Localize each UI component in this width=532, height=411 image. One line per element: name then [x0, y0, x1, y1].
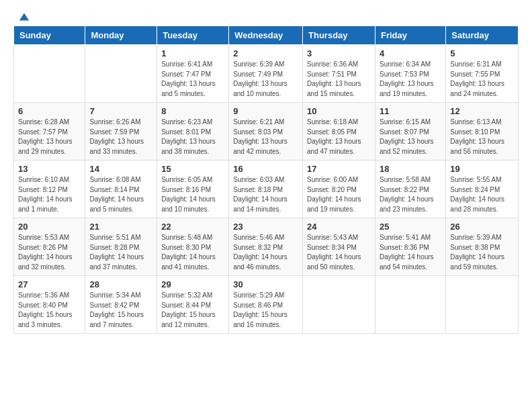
calendar-day-cell: 1Sunrise: 6:41 AMSunset: 7:47 PMDaylight… — [157, 45, 229, 103]
day-number: 25 — [380, 222, 441, 232]
calendar-day-cell: 12Sunrise: 6:13 AMSunset: 8:10 PMDayligh… — [446, 103, 519, 161]
calendar-day-cell: 6Sunrise: 6:28 AMSunset: 7:57 PMDaylight… — [14, 103, 85, 161]
day-detail: Sunrise: 5:51 AMSunset: 8:28 PMDaylight:… — [89, 233, 152, 272]
calendar-week-row: 20Sunrise: 5:53 AMSunset: 8:26 PMDayligh… — [14, 218, 519, 276]
day-detail: Sunrise: 5:58 AMSunset: 8:22 PMDaylight:… — [380, 175, 441, 214]
svg-marker-0 — [19, 13, 29, 21]
calendar-day-header: Friday — [375, 26, 445, 45]
day-number: 10 — [307, 106, 371, 116]
calendar-day-header: Tuesday — [157, 26, 229, 45]
calendar-day-cell: 11Sunrise: 6:15 AMSunset: 8:07 PMDayligh… — [375, 103, 445, 161]
logo-icon — [18, 11, 30, 23]
page-header — [7, 7, 525, 26]
day-detail: Sunrise: 6:00 AMSunset: 8:20 PMDaylight:… — [307, 175, 371, 214]
calendar-day-cell: 3Sunrise: 6:36 AMSunset: 7:51 PMDaylight… — [303, 45, 375, 103]
day-detail: Sunrise: 5:43 AMSunset: 8:34 PMDaylight:… — [307, 233, 371, 272]
calendar-day-cell: 29Sunrise: 5:32 AMSunset: 8:44 PMDayligh… — [157, 276, 229, 334]
day-detail: Sunrise: 6:08 AMSunset: 8:14 PMDaylight:… — [89, 175, 152, 214]
day-number: 6 — [18, 106, 81, 116]
calendar-day-cell — [303, 276, 375, 334]
day-detail: Sunrise: 5:39 AMSunset: 8:38 PMDaylight:… — [450, 233, 514, 272]
calendar-day-cell: 21Sunrise: 5:51 AMSunset: 8:28 PMDayligh… — [85, 218, 157, 276]
day-number: 8 — [161, 106, 224, 116]
day-number: 22 — [161, 222, 224, 232]
day-number: 24 — [307, 222, 371, 232]
calendar-day-cell — [14, 45, 85, 103]
day-number: 17 — [307, 164, 371, 174]
day-detail: Sunrise: 5:53 AMSunset: 8:26 PMDaylight:… — [18, 233, 81, 272]
day-detail: Sunrise: 6:36 AMSunset: 7:51 PMDaylight:… — [307, 60, 371, 99]
calendar-day-cell: 16Sunrise: 6:03 AMSunset: 8:18 PMDayligh… — [229, 161, 303, 218]
day-number: 29 — [161, 279, 224, 289]
day-detail: Sunrise: 6:28 AMSunset: 7:57 PMDaylight:… — [18, 118, 81, 156]
day-detail: Sunrise: 6:18 AMSunset: 8:05 PMDaylight:… — [307, 118, 371, 156]
day-detail: Sunrise: 6:31 AMSunset: 7:55 PMDaylight:… — [450, 60, 514, 99]
day-number: 7 — [89, 106, 152, 116]
calendar-day-cell: 20Sunrise: 5:53 AMSunset: 8:26 PMDayligh… — [14, 218, 85, 276]
calendar-day-header: Monday — [85, 26, 157, 45]
calendar-week-row: 27Sunrise: 5:36 AMSunset: 8:40 PMDayligh… — [14, 276, 519, 334]
calendar-day-cell: 10Sunrise: 6:18 AMSunset: 8:05 PMDayligh… — [303, 103, 375, 161]
day-number: 1 — [161, 48, 224, 58]
day-number: 28 — [89, 279, 152, 289]
calendar-day-cell: 9Sunrise: 6:21 AMSunset: 8:03 PMDaylight… — [229, 103, 303, 161]
calendar-header-row: SundayMondayTuesdayWednesdayThursdayFrid… — [14, 26, 519, 45]
calendar-week-row: 1Sunrise: 6:41 AMSunset: 7:47 PMDaylight… — [14, 45, 519, 103]
calendar-week-row: 6Sunrise: 6:28 AMSunset: 7:57 PMDaylight… — [14, 103, 519, 161]
calendar-day-cell — [446, 276, 519, 334]
calendar-day-cell — [85, 45, 157, 103]
calendar-day-cell: 27Sunrise: 5:36 AMSunset: 8:40 PMDayligh… — [14, 276, 85, 334]
calendar-day-cell: 25Sunrise: 5:41 AMSunset: 8:36 PMDayligh… — [375, 218, 445, 276]
day-number: 5 — [450, 48, 514, 58]
calendar-day-cell: 28Sunrise: 5:34 AMSunset: 8:42 PMDayligh… — [85, 276, 157, 334]
calendar-day-cell — [375, 276, 445, 334]
calendar-table: SundayMondayTuesdayWednesdayThursdayFrid… — [13, 26, 519, 334]
day-number: 20 — [18, 222, 81, 232]
day-number: 15 — [161, 164, 224, 174]
calendar-day-cell: 30Sunrise: 5:29 AMSunset: 8:46 PMDayligh… — [229, 276, 303, 334]
calendar-day-cell: 15Sunrise: 6:05 AMSunset: 8:16 PMDayligh… — [157, 161, 229, 218]
day-detail: Sunrise: 6:13 AMSunset: 8:10 PMDaylight:… — [450, 118, 514, 156]
day-detail: Sunrise: 5:34 AMSunset: 8:42 PMDaylight:… — [89, 291, 152, 330]
day-number: 3 — [307, 48, 371, 58]
calendar-day-cell: 4Sunrise: 6:34 AMSunset: 7:53 PMDaylight… — [375, 45, 445, 103]
day-detail: Sunrise: 6:03 AMSunset: 8:18 PMDaylight:… — [233, 175, 298, 214]
calendar-day-cell: 8Sunrise: 6:23 AMSunset: 8:01 PMDaylight… — [157, 103, 229, 161]
calendar-day-cell: 26Sunrise: 5:39 AMSunset: 8:38 PMDayligh… — [446, 218, 519, 276]
calendar-day-cell: 19Sunrise: 5:55 AMSunset: 8:24 PMDayligh… — [446, 161, 519, 218]
day-number: 11 — [380, 106, 441, 116]
day-number: 16 — [233, 164, 298, 174]
day-number: 30 — [233, 279, 298, 289]
day-number: 12 — [450, 106, 514, 116]
calendar-day-cell: 17Sunrise: 6:00 AMSunset: 8:20 PMDayligh… — [303, 161, 375, 218]
calendar-day-cell: 14Sunrise: 6:08 AMSunset: 8:14 PMDayligh… — [85, 161, 157, 218]
day-detail: Sunrise: 5:55 AMSunset: 8:24 PMDaylight:… — [450, 175, 514, 214]
day-detail: Sunrise: 6:05 AMSunset: 8:16 PMDaylight:… — [161, 175, 224, 214]
day-detail: Sunrise: 6:21 AMSunset: 8:03 PMDaylight:… — [233, 118, 298, 156]
day-detail: Sunrise: 6:34 AMSunset: 7:53 PMDaylight:… — [380, 60, 441, 99]
calendar-day-cell: 5Sunrise: 6:31 AMSunset: 7:55 PMDaylight… — [446, 45, 519, 103]
calendar-day-cell: 23Sunrise: 5:46 AMSunset: 8:32 PMDayligh… — [229, 218, 303, 276]
day-detail: Sunrise: 6:10 AMSunset: 8:12 PMDaylight:… — [18, 175, 81, 214]
day-number: 27 — [18, 279, 81, 289]
day-number: 2 — [233, 48, 298, 58]
day-detail: Sunrise: 5:46 AMSunset: 8:32 PMDaylight:… — [233, 233, 298, 272]
calendar-day-header: Saturday — [446, 26, 519, 45]
day-detail: Sunrise: 5:29 AMSunset: 8:46 PMDaylight:… — [233, 291, 298, 330]
day-detail: Sunrise: 5:32 AMSunset: 8:44 PMDaylight:… — [161, 291, 224, 330]
day-number: 18 — [380, 164, 441, 174]
day-number: 9 — [233, 106, 298, 116]
calendar-day-header: Wednesday — [229, 26, 303, 45]
calendar-day-cell: 2Sunrise: 6:39 AMSunset: 7:49 PMDaylight… — [229, 45, 303, 103]
day-detail: Sunrise: 5:36 AMSunset: 8:40 PMDaylight:… — [18, 291, 81, 330]
calendar-day-header: Thursday — [303, 26, 375, 45]
calendar-day-cell: 22Sunrise: 5:48 AMSunset: 8:30 PMDayligh… — [157, 218, 229, 276]
day-number: 4 — [380, 48, 441, 58]
calendar-day-header: Sunday — [14, 26, 85, 45]
day-detail: Sunrise: 6:39 AMSunset: 7:49 PMDaylight:… — [233, 60, 298, 99]
day-detail: Sunrise: 6:41 AMSunset: 7:47 PMDaylight:… — [161, 60, 224, 99]
calendar-day-cell: 13Sunrise: 6:10 AMSunset: 8:12 PMDayligh… — [14, 161, 85, 218]
day-detail: Sunrise: 6:23 AMSunset: 8:01 PMDaylight:… — [161, 118, 224, 156]
day-number: 19 — [450, 164, 514, 174]
calendar-day-cell: 18Sunrise: 5:58 AMSunset: 8:22 PMDayligh… — [375, 161, 445, 218]
